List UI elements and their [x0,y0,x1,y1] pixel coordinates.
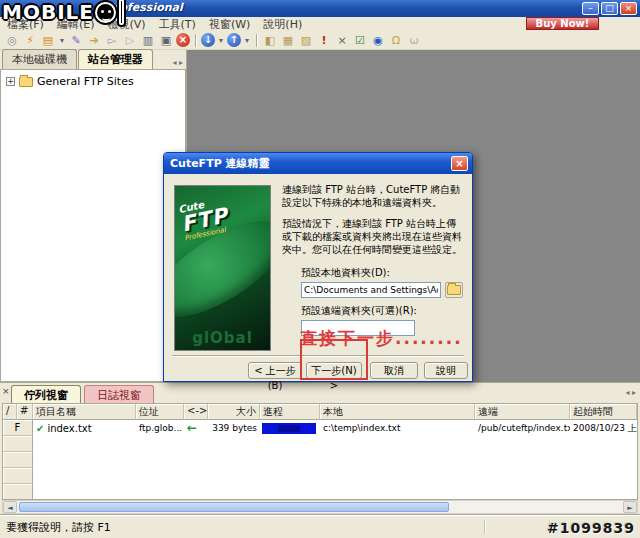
new-site-caret-icon[interactable]: ▾ [58,33,66,48]
queue-tab-strip: 佇列視窗 日誌視窗 [11,385,154,405]
minimize-button[interactable]: – [582,2,599,15]
globalscape-logo-text: glObal [175,329,270,347]
tab-pager[interactable]: ◂ ▸ [172,58,186,69]
row-gutter-cell [3,484,33,500]
cancel-button[interactable]: 取消 [370,362,418,379]
column-header-progress[interactable]: 進程 [260,404,320,420]
priority-icon[interactable]: ! [316,33,332,48]
toolbar: ◎ ⚡ ▤ ▾ ✎ ➔ ▻ ▷ ▥ ▣ × ↓ ▾ ↑ ▾ ◧ ▦ ▨ ! × … [0,31,640,50]
connection-wizard-dialog: CuteFTP 連線精靈 × Cute FTP Professional glO… [163,152,473,382]
column-header-slash[interactable]: / [3,404,17,420]
red-annotation-text: 直接下一步........ [300,327,463,350]
folder-sync-icon[interactable]: ▨ [298,33,314,48]
size-cell: 339 bytes [208,423,260,433]
scroll-left-icon[interactable]: ◄ [3,501,17,513]
document-icon[interactable]: ▣ [158,33,174,48]
item-name-cell: ✔index.txt [33,423,136,434]
address-cell: ftp.glob... [136,423,184,433]
post-id-watermark: #1099839 [547,520,635,536]
compare-view-icon[interactable]: ▦ [280,33,296,48]
folder-pane-icon[interactable]: ◧ [262,33,278,48]
row-flag-cell[interactable]: F [3,420,33,436]
local-folder-label: 預設本地資料夾(D): [301,266,466,280]
marker-icon[interactable]: ➔ [86,33,102,48]
queue-row[interactable]: F ✔index.txt ftp.glob... ← 339 bytes c:\… [3,420,637,436]
connect-icon[interactable]: ◎ [4,33,20,48]
column-header-direction[interactable]: <-> [184,404,208,420]
connection-wizard-icon[interactable]: ⚡ [22,33,38,48]
download-direction-icon: ← [187,421,197,435]
column-header-remote[interactable]: 遠端 [475,404,570,420]
column-header-size[interactable]: 大小 [208,404,260,420]
scroll-right-icon[interactable]: ► [623,501,637,513]
tab-log-window[interactable]: 日誌視窗 [84,385,154,405]
horizontal-scrollbar[interactable]: ◄ ► [2,500,638,514]
download-icon[interactable]: ↓ [201,33,215,47]
delete-icon[interactable]: × [334,33,350,48]
tab-site-manager[interactable]: 站台管理器 [78,49,153,69]
scrollbar-thumb[interactable] [19,502,449,512]
upload-icon[interactable]: ↑ [227,33,241,47]
status-help-text: 要獲得說明，請按 F1 [6,521,111,534]
pointer-icon[interactable]: ▻ [104,33,120,48]
direction-cell: ← [184,421,208,435]
mobile01-face-icon [95,2,116,23]
left-panel: 本地磁碟機 站台管理器 ◂ ▸ + General FTP Sites [0,50,186,382]
select-pointer-icon[interactable]: ▷ [122,33,138,48]
globe-icon[interactable]: ◉ [370,33,386,48]
upload-caret-icon[interactable]: ▾ [243,33,251,48]
headset-icon[interactable]: Ω [388,33,404,48]
stop-icon[interactable]: × [176,33,190,47]
close-button[interactable]: × [620,2,637,15]
binary-mode-icon[interactable]: ▥ [140,33,156,48]
dialog-title-bar[interactable]: CuteFTP 連線精靈 [164,153,472,174]
empty-row [3,452,637,468]
verify-icon[interactable]: ☑ [352,33,368,48]
browse-folder-button[interactable] [445,282,463,298]
status-bar: 要獲得說明，請按 F1 [0,515,640,538]
menu-tools[interactable]: 工具(T) [159,17,196,32]
row-gutter-cell [3,452,33,468]
remote-folder-label: 預設遠端資料夾(可選)(R): [301,304,466,318]
column-header-item-name[interactable]: 項目名稱 [33,404,136,420]
back-button[interactable]: < 上一步(B) [248,362,302,379]
site-tree: + General FTP Sites [0,69,186,382]
success-check-icon: ✔ [36,423,44,434]
help-button[interactable]: 說明 [424,362,468,379]
queue-panel: × 佇列視窗 日誌視窗 ◂ ▸ / # 項目名稱 位址 <-> 大小 進程 本地… [0,382,640,515]
tree-item-general-ftp-sites[interactable]: + General FTP Sites [1,70,185,88]
column-header-local[interactable]: 本地 [320,404,475,420]
column-header-address[interactable]: 位址 [136,404,184,420]
new-site-icon[interactable]: ▤ [40,33,56,48]
buy-now-button[interactable]: Buy Now! [526,17,599,30]
queue-table-header: / # 項目名稱 位址 <-> 大小 進程 本地 遠端 起始時間 [3,404,637,420]
status-divider [484,520,485,534]
maximize-button[interactable]: □ [601,2,618,15]
local-path-cell: c:\temp\index.txt [320,423,475,433]
mobile01-logo-text: MOBILE [2,0,94,24]
empty-row [3,468,637,484]
dialog-paragraph-1: 連線到該 FTP 站台時，CuteFTP 將自動設定以下特殊的本地和遠端資料夾。 [282,183,466,209]
edit-site-icon[interactable]: ✎ [68,33,84,48]
remote-path-cell: /pub/cuteftp/index.txt [475,423,570,433]
explorer-tab-strip: 本地磁碟機 站台管理器 ◂ ▸ [0,50,186,69]
download-caret-icon[interactable]: ▾ [217,33,225,48]
tab-local-drives[interactable]: 本地磁碟機 [2,49,77,69]
queue-pager[interactable]: ◂ ▸ [625,388,636,397]
browse-folder-icon [447,285,461,295]
column-header-number[interactable]: # [17,404,33,420]
progress-bar [262,423,316,434]
empty-row [3,436,637,452]
support-icon[interactable]: ω [406,33,422,48]
local-folder-input[interactable] [301,282,441,298]
panel-close-icon[interactable]: × [2,386,10,396]
toolbar-separator [256,34,257,47]
menu-window[interactable]: 視窗(W) [209,17,250,32]
tree-expand-icon[interactable]: + [6,77,15,86]
menu-help[interactable]: 說明(H) [263,17,302,32]
dialog-close-button[interactable]: × [451,156,468,171]
queue-table: / # 項目名稱 位址 <-> 大小 進程 本地 遠端 起始時間 F ✔inde… [2,403,638,500]
item-name: index.txt [47,423,91,434]
column-header-start-time[interactable]: 起始時間 [570,404,637,420]
tab-queue-window[interactable]: 佇列視窗 [11,385,81,405]
